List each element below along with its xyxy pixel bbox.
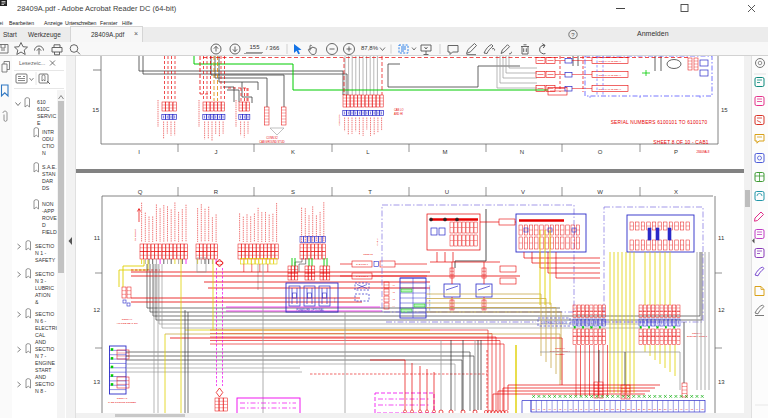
svg-text:28409A-8: 28409A-8 xyxy=(696,150,709,154)
svg-text:D: D xyxy=(42,222,46,228)
svg-text:610: 610 xyxy=(37,99,46,105)
svg-text:49: 49 xyxy=(538,408,541,410)
svg-text:TO FRONT: TO FRONT xyxy=(134,228,137,241)
svg-text:I: I xyxy=(138,149,140,155)
svg-text:SHEET 8 OF 10 - CAB1: SHEET 8 OF 10 - CAB1 xyxy=(653,140,708,145)
svg-text:44: 44 xyxy=(696,408,699,410)
svg-text:11: 11 xyxy=(94,235,101,241)
svg-text:CAB V: CAB V xyxy=(376,238,379,246)
svg-text:48: 48 xyxy=(543,408,546,410)
svg-text:CAB PWR 2: CAB PWR 2 xyxy=(356,275,369,277)
svg-text:O: O xyxy=(598,149,603,155)
svg-text:W: W xyxy=(597,189,603,195)
svg-text:SERVIC: SERVIC xyxy=(37,113,56,119)
svg-text:33: 33 xyxy=(622,408,625,410)
svg-text:PLEASURE OPTIONAL: PLEASURE OPTIONAL xyxy=(296,308,324,312)
svg-text:SECTIO: SECTIO xyxy=(35,346,54,352)
svg-text:48: 48 xyxy=(675,408,678,410)
svg-text:S.A.E.: S.A.E. xyxy=(42,164,57,170)
svg-text:NON: NON xyxy=(42,201,54,207)
svg-text:CAB PWR 1: CAB PWR 1 xyxy=(356,263,369,265)
svg-text:T: T xyxy=(368,189,372,195)
svg-text:X: X xyxy=(674,189,678,195)
svg-text:COM 04 CAB RELAY: COM 04 CAB RELAY xyxy=(599,60,622,63)
svg-text:46: 46 xyxy=(685,408,688,410)
svg-text:15: 15 xyxy=(92,107,99,113)
svg-text:SECTIO: SECTIO xyxy=(35,381,54,387)
svg-text:A3: A3 xyxy=(392,298,395,300)
svg-text:E: E xyxy=(37,120,41,126)
svg-text:&: & xyxy=(35,299,39,305)
svg-text:44: 44 xyxy=(564,408,567,410)
svg-text:V: V xyxy=(521,189,525,195)
svg-text:46: 46 xyxy=(553,408,556,410)
svg-text:SECTIO: SECTIO xyxy=(35,271,54,277)
svg-text:27: 27 xyxy=(654,408,657,410)
svg-text:SAFETY: SAFETY xyxy=(35,257,56,263)
svg-text:AND HI: AND HI xyxy=(394,112,403,116)
svg-text:N 6 -: N 6 - xyxy=(35,318,47,324)
svg-text:28: 28 xyxy=(648,408,651,410)
svg-text:41: 41 xyxy=(580,408,583,410)
svg-text:26: 26 xyxy=(659,408,662,410)
svg-text:47: 47 xyxy=(680,408,683,410)
svg-text:R: R xyxy=(214,189,219,195)
svg-text:K: K xyxy=(291,149,295,155)
svg-text:43: 43 xyxy=(701,408,704,410)
svg-text:N: N xyxy=(42,150,46,156)
svg-text:CONN 12: CONN 12 xyxy=(363,253,373,255)
svg-text:47: 47 xyxy=(548,408,551,410)
svg-text:INTR: INTR xyxy=(42,129,54,135)
svg-text:N 1 -: N 1 - xyxy=(35,250,47,256)
svg-text:29: 29 xyxy=(643,408,646,410)
svg-text:610C: 610C xyxy=(37,106,50,112)
svg-text:DAR: DAR xyxy=(42,178,53,184)
svg-text:38: 38 xyxy=(596,408,599,410)
svg-text:ENGINE: ENGINE xyxy=(35,360,55,366)
svg-text:CAL: CAL xyxy=(35,332,45,338)
svg-text:35: 35 xyxy=(611,408,614,410)
svg-text:12: 12 xyxy=(718,307,725,313)
svg-text:34: 34 xyxy=(617,408,620,410)
svg-text:45: 45 xyxy=(690,408,693,410)
svg-text:-APP: -APP xyxy=(42,208,55,214)
svg-text:A4: A4 xyxy=(392,305,395,307)
svg-text:Q: Q xyxy=(138,189,143,195)
svg-text:LUBRIC: LUBRIC xyxy=(35,285,54,291)
svg-text:39: 39 xyxy=(590,408,593,410)
svg-text:STAN: STAN xyxy=(42,171,56,177)
svg-text:45: 45 xyxy=(559,408,562,410)
svg-text:S: S xyxy=(291,189,295,195)
svg-text:COM 04 CAB RELAY: COM 04 CAB RELAY xyxy=(599,88,622,91)
svg-text:50: 50 xyxy=(532,408,535,410)
svg-text:(GREEN): (GREEN) xyxy=(555,353,565,355)
svg-text:START: START xyxy=(35,367,52,373)
svg-text:N 3 -: N 3 - xyxy=(35,278,47,284)
svg-text:AND: AND xyxy=(35,374,46,380)
svg-text:CONN TO: CONN TO xyxy=(338,114,341,125)
svg-text:L: L xyxy=(366,149,370,155)
svg-text:13: 13 xyxy=(93,379,100,385)
svg-text:N: N xyxy=(520,149,524,155)
svg-text:ELECTRI: ELECTRI xyxy=(35,325,57,331)
svg-text:AND: AND xyxy=(35,339,46,345)
svg-text:CTIO: CTIO xyxy=(42,143,54,149)
svg-text:13: 13 xyxy=(718,379,725,385)
svg-text:A1: A1 xyxy=(392,284,395,286)
svg-text:31: 31 xyxy=(632,408,635,410)
svg-text:COM 04 CAB RELAY: COM 04 CAB RELAY xyxy=(599,74,622,77)
svg-text:FIELD: FIELD xyxy=(42,229,57,235)
svg-text:DISTRIBUTION BOX: DISTRIBUTION BOX xyxy=(541,321,568,325)
svg-text:AIR RIDE SEAT SW: AIR RIDE SEAT SW xyxy=(116,322,138,325)
svg-text:SERIAL NUMBERS 6100101 TO 6100: SERIAL NUMBERS 6100101 TO 6100170 xyxy=(611,120,708,125)
svg-text:40: 40 xyxy=(585,408,588,410)
svg-text:15: 15 xyxy=(721,107,728,113)
svg-text:11: 11 xyxy=(718,235,725,241)
svg-text:37: 37 xyxy=(601,408,604,410)
svg-text:32: 32 xyxy=(627,408,630,410)
svg-text:U: U xyxy=(445,189,449,195)
svg-text:N 8 -: N 8 - xyxy=(35,388,47,394)
svg-text:CAB2 GROUND SCREEN: CAB2 GROUND SCREEN xyxy=(108,401,136,404)
svg-text:EXAMINE DIAG CONN: EXAMINE DIAG CONN xyxy=(428,285,431,310)
svg-text:50: 50 xyxy=(664,408,667,410)
